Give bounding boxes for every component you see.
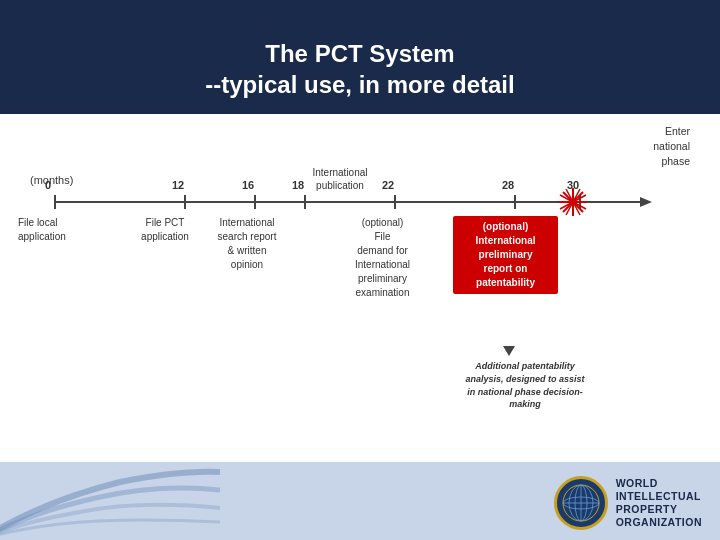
page-title: The PCT System --typical use, in more de… [0,38,720,100]
wipo-globe-icon [560,482,602,524]
svg-marker-1 [640,197,652,207]
timeline-svg [25,192,695,212]
wipo-text-block: WORLD INTELLECTUAL PROPERTY ORGANIZATION [616,477,702,530]
optional-file-demand-label: (optional)Filedemand forInternationalpre… [335,216,430,300]
international-search-report-label: Internationalsearch report& writtenopini… [202,216,292,272]
tick-label-18: 18 [292,179,304,191]
optional-preliminary-report-label: (optional)Internationalpreliminaryreport… [453,216,558,294]
wipo-logo-circle [554,476,608,530]
tick-label-28: 28 [502,179,514,191]
tick-label-22: 22 [382,179,394,191]
tick-label-12: 12 [172,179,184,191]
wipo-logo-area: WORLD INTELLECTUAL PROPERTY ORGANIZATION [554,476,702,530]
wipo-organization-label: ORGANIZATION [616,516,702,529]
wipo-world-label: WORLD [616,477,702,490]
file-local-application-label: File localapplication [18,216,88,244]
months-label: (months) [30,174,73,186]
file-pct-application-label: File PCTapplication [130,216,200,244]
tick-label-0: 0 [45,179,51,191]
bottom-bar: WORLD INTELLECTUAL PROPERTY ORGANIZATION [0,462,720,540]
starburst-icon [553,182,593,222]
title-area: The PCT System --typical use, in more de… [0,28,720,114]
enter-national-phase-label: Enternationalphase [653,124,690,168]
top-bar [0,0,720,28]
down-arrow-icon [503,346,515,356]
curved-lines-decoration [0,462,220,540]
wipo-intellectual-label: INTELLECTUAL [616,490,702,503]
additional-patentability-text: Additional patentabilityanalysis, design… [430,360,620,410]
main-content: Enternationalphase (months) Internationa… [0,114,720,484]
wipo-property-label: PROPERTY [616,503,702,516]
international-publication-label: Internationalpublication [300,166,380,192]
tick-label-16: 16 [242,179,254,191]
